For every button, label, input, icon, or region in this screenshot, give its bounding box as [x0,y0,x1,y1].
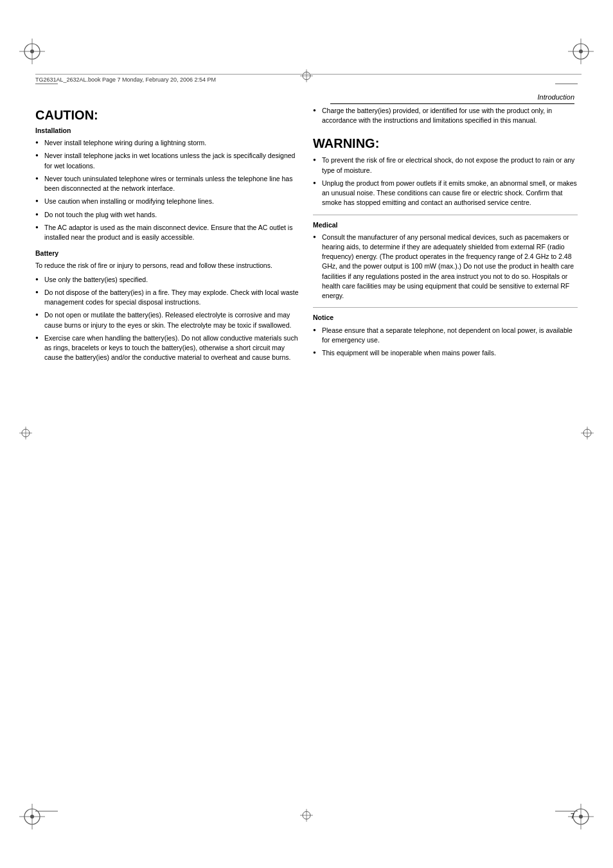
installation-list: Never install telephone wiring during a … [35,138,300,242]
page: TG2631AL_2632AL.book Page 7 Monday, Febr… [0,0,613,868]
battery-intro: To reduce the risk of fire or injury to … [35,261,300,270]
svg-point-11 [30,815,34,819]
list-item: Do not open or mutilate the battery(ies)… [35,310,300,330]
content-area: CAUTION: Installation Never install tele… [35,106,578,804]
installation-section: Installation Never install telephone wir… [35,126,300,242]
list-item: Never install telephone jacks in wet loc… [35,151,300,170]
corner-mark-tl [19,39,45,64]
battery-list: Use only the battery(ies) specified. Do … [35,275,300,363]
center-mark-right [581,427,594,442]
bottom-line-right [555,811,578,811]
corner-mark-bl [19,804,45,829]
top-line-right [555,84,578,84]
page-number: 7 [571,812,574,820]
medical-title: Medical [313,220,578,230]
list-item: Exercise care when handling the battery(… [35,333,300,363]
list-item: Do not touch the plug with wet hands. [35,210,300,220]
list-item: Consult the manufacturer of any personal… [313,233,578,301]
corner-mark-tr [568,39,594,64]
notice-list: Please ensure that a separate telephone,… [313,326,578,359]
svg-point-15 [579,815,583,819]
list-item: This equipment will be inoperable when m… [313,348,578,358]
list-item: Unplug the product from power outlets if… [313,179,578,208]
list-item: Never install telephone wiring during a … [35,138,300,148]
list-item: Do not dispose of the battery(ies) in a … [35,288,300,307]
medical-section: Medical Consult the manufacturer of any … [313,220,578,301]
left-column: CAUTION: Installation Never install tele… [35,106,300,804]
list-item: Please ensure that a separate telephone,… [313,326,578,345]
battery-section: Battery To reduce the risk of fire or in… [35,249,300,362]
list-item: Never touch uninsulated telephone wires … [35,174,300,193]
svg-point-3 [30,49,34,53]
caution-continued-list: Charge the battery(ies) provided, or ide… [313,106,578,125]
warning-list: To prevent the risk of fire or electrica… [313,155,578,208]
center-mark-left [19,427,32,442]
list-item: To prevent the risk of fire or electrica… [313,155,578,175]
medical-list: Consult the manufacturer of any personal… [313,233,578,301]
list-item: Use only the battery(ies) specified. [35,275,300,285]
list-item: Use caution when installing or modifying… [35,197,300,206]
notice-title: Notice [313,313,578,323]
warning-section: WARNING: To prevent the risk of fire or … [313,134,578,208]
right-column: Charge the battery(ies) provided, or ide… [313,106,578,804]
top-line-left [35,84,58,84]
center-mark-bottom [300,809,313,824]
notice-section: Notice Please ensure that a separate tel… [313,313,578,358]
bottom-line-left [35,811,58,811]
installation-title: Installation [35,126,300,136]
file-info: TG2631AL_2632AL.book Page 7 Monday, Febr… [35,74,582,83]
battery-title: Battery [35,249,300,258]
warning-title: WARNING: [313,134,578,153]
list-item: Charge the battery(ies) provided, or ide… [313,106,578,125]
list-item: The AC adaptor is used as the main disco… [35,223,300,242]
page-header: Introduction [330,93,574,104]
svg-point-7 [579,49,583,53]
caution-title: CAUTION: [35,106,300,125]
divider-medical [313,215,578,215]
divider-notice [313,307,578,308]
